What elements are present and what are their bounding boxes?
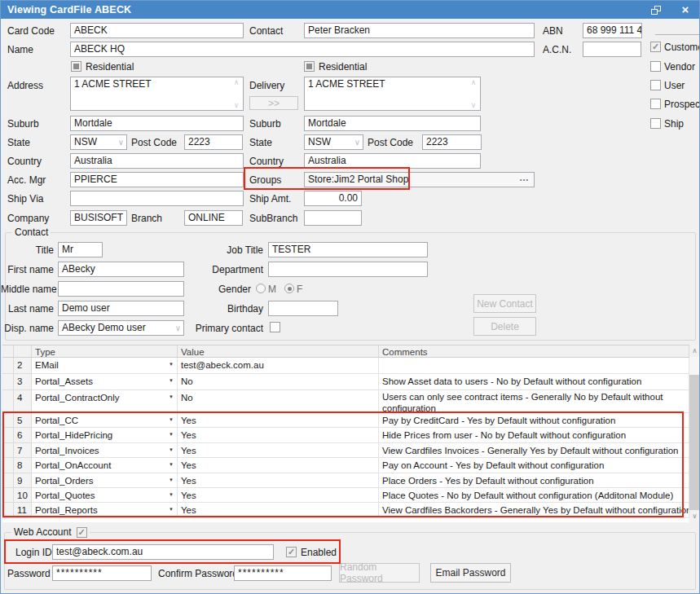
gender-female-radio[interactable] bbox=[284, 284, 294, 293]
company-field[interactable]: BUSISOFT bbox=[70, 210, 127, 226]
delete-button[interactable]: Delete bbox=[473, 317, 536, 336]
first-name-field[interactable]: ABecky bbox=[58, 262, 184, 277]
copy-address-button[interactable]: >> bbox=[249, 96, 298, 110]
password-field[interactable]: ********** bbox=[52, 565, 152, 581]
email-password-button[interactable]: Email Password bbox=[430, 563, 511, 583]
name-field[interactable]: ABECK HQ bbox=[70, 42, 535, 57]
address-label: Address bbox=[7, 78, 43, 93]
ship-checkbox-label: Ship bbox=[664, 117, 684, 131]
branch-field[interactable]: ONLINE bbox=[184, 210, 243, 226]
last-name-field[interactable]: Demo user bbox=[58, 301, 184, 316]
restore-button[interactable] bbox=[647, 2, 665, 17]
scroll-down-icon[interactable]: ∨ bbox=[471, 101, 477, 109]
acc-mgr-label: Acc. Mgr bbox=[7, 173, 46, 187]
contact-label: Contact bbox=[249, 24, 283, 38]
middle-name-label: Middle name bbox=[1, 282, 54, 297]
job-title-label: Job Title bbox=[188, 243, 263, 257]
primary-contact-checkbox[interactable] bbox=[270, 322, 280, 332]
card-code-field[interactable]: ABECK bbox=[70, 23, 244, 38]
column-header-value[interactable]: Value bbox=[178, 345, 379, 357]
table-row[interactable]: 4 Portal_ContractOnly▼ No Users can only… bbox=[2, 390, 689, 413]
name-label: Name bbox=[7, 42, 33, 57]
acn-field[interactable] bbox=[583, 42, 641, 57]
scroll-up-icon[interactable]: ∧ bbox=[689, 345, 700, 357]
prospect-checkbox-label: Prospect bbox=[664, 97, 700, 112]
state-select-right[interactable]: NSW ∨ bbox=[304, 134, 363, 150]
post-code-field-right[interactable]: 2223 bbox=[422, 134, 482, 150]
new-contact-button[interactable]: New Contact bbox=[473, 294, 536, 313]
country-field-left[interactable]: Australia bbox=[70, 153, 244, 169]
scroll-down-icon[interactable]: ∨ bbox=[689, 510, 700, 522]
abn-field[interactable]: 68 999 111 450 bbox=[583, 23, 642, 38]
address-field[interactable]: 1 ACME STREET ∧∨ bbox=[70, 77, 244, 111]
random-password-button[interactable]: Random Password bbox=[339, 563, 420, 583]
web-account-checkbox[interactable] bbox=[77, 527, 87, 538]
department-field[interactable] bbox=[268, 262, 428, 277]
scroll-down-icon[interactable]: ∨ bbox=[234, 101, 240, 109]
table-row[interactable]: 3 Portal_Assets▼ No Show Asset data to u… bbox=[2, 374, 689, 390]
scroll-up-icon[interactable]: ∧ bbox=[471, 78, 477, 86]
last-name-label: Last name bbox=[1, 301, 54, 316]
birthday-label: Birthday bbox=[188, 301, 263, 316]
card-code-label: Card Code bbox=[7, 24, 55, 38]
delivery-address-field[interactable]: 1 ACME STREET ∧∨ bbox=[304, 77, 481, 111]
password-label: Password bbox=[7, 566, 51, 581]
customer-checkbox-label: Customer bbox=[664, 40, 700, 55]
contact-field[interactable]: Peter Bracken bbox=[304, 23, 535, 38]
delivery-label: Delivery bbox=[249, 78, 284, 93]
card-type-separator bbox=[655, 34, 699, 35]
suburb-label-right: Suburb bbox=[249, 117, 281, 131]
groups-ellipsis-button[interactable]: … bbox=[519, 172, 529, 185]
vendor-checkbox[interactable] bbox=[650, 61, 661, 72]
close-button[interactable]: × bbox=[676, 2, 694, 17]
residential-label-right: Residential bbox=[319, 59, 367, 74]
highlight-box-portal-rows bbox=[2, 411, 684, 517]
disp-name-select[interactable]: ABecky Demo user ∨ bbox=[58, 320, 184, 336]
table-row[interactable]: 2 EMail▼ test@abeck.com.au bbox=[2, 358, 689, 374]
confirm-password-field[interactable]: ********** bbox=[234, 565, 332, 581]
table-scrollbar[interactable]: ∧ ∨ bbox=[689, 345, 700, 522]
job-title-field[interactable]: TESTER bbox=[268, 242, 428, 257]
state-select-left[interactable]: NSW ∨ bbox=[70, 134, 127, 150]
suburb-field-right[interactable]: Mortdale bbox=[304, 116, 481, 131]
acc-mgr-field[interactable]: PPIERCE bbox=[70, 172, 244, 187]
branch-label: Branch bbox=[131, 211, 162, 226]
title-field[interactable]: Mr bbox=[58, 242, 103, 257]
ship-amt-label: Ship Amt. bbox=[249, 191, 291, 206]
birthday-field[interactable] bbox=[268, 301, 338, 316]
state-label-right: State bbox=[249, 135, 272, 150]
dropdown-arrow-icon[interactable]: ▼ bbox=[169, 394, 174, 399]
dropdown-arrow-icon[interactable]: ▼ bbox=[169, 378, 174, 383]
post-code-field-left[interactable]: 2223 bbox=[184, 134, 243, 150]
gender-male-radio[interactable] bbox=[256, 284, 266, 293]
residential-checkbox-right[interactable] bbox=[304, 61, 315, 72]
residential-label-left: Residential bbox=[86, 59, 134, 74]
column-header-type[interactable]: Type bbox=[32, 345, 178, 357]
first-name-label: First name bbox=[1, 262, 54, 277]
scroll-up-icon[interactable]: ∧ bbox=[234, 78, 240, 86]
customer-checkbox[interactable] bbox=[650, 42, 661, 52]
user-checkbox[interactable] bbox=[650, 80, 661, 90]
user-checkbox-label: User bbox=[664, 78, 685, 93]
scrollbar-thumb[interactable] bbox=[689, 357, 700, 375]
confirm-password-label: Confirm Password bbox=[158, 566, 238, 581]
disp-name-label: Disp. name bbox=[1, 321, 54, 336]
column-header-comments[interactable]: Comments bbox=[379, 345, 689, 357]
title-label: Title bbox=[1, 243, 54, 257]
highlight-box-groups bbox=[244, 167, 410, 190]
chevron-down-icon: ∨ bbox=[175, 323, 181, 333]
ship-amt-field[interactable]: 0.00 bbox=[304, 191, 362, 206]
ship-checkbox[interactable] bbox=[650, 118, 661, 129]
middle-name-field[interactable] bbox=[58, 281, 184, 297]
window-title: Viewing CardFile ABECK bbox=[1, 4, 131, 15]
suburb-field-left[interactable]: Mortdale bbox=[70, 116, 244, 131]
gender-male-label: M bbox=[268, 282, 276, 297]
primary-contact-label: Primary contact bbox=[188, 321, 263, 336]
chevron-down-icon: ∨ bbox=[118, 138, 124, 147]
prospect-checkbox[interactable] bbox=[650, 99, 661, 109]
residential-checkbox-left[interactable] bbox=[71, 61, 81, 72]
dropdown-arrow-icon[interactable]: ▼ bbox=[169, 362, 174, 367]
ship-via-field[interactable] bbox=[70, 191, 244, 206]
subbranch-field[interactable] bbox=[304, 210, 362, 226]
titlebar[interactable]: Viewing CardFile ABECK × bbox=[1, 1, 699, 19]
